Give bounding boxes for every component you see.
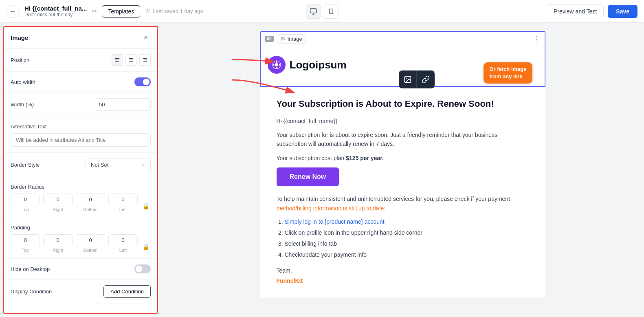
image-block-container: 00 Image ⋮ Logoipsum [260, 31, 545, 87]
sign-brand: FunnelKit [277, 277, 303, 284]
toolbar-left: 00 Image [265, 34, 306, 44]
save-button[interactable]: Save [608, 5, 637, 18]
close-button[interactable]: × [141, 33, 151, 42]
topbar-center [306, 4, 338, 19]
email-greeting: Hi {{contact_full_name}} [277, 117, 529, 125]
border-radius-right[interactable] [43, 194, 73, 205]
svg-rect-0 [310, 9, 316, 13]
width-input[interactable] [94, 98, 151, 111]
back-button[interactable]: ← [7, 5, 20, 18]
block-menu-icon[interactable]: ⋮ [533, 35, 541, 44]
border-style-select[interactable]: Not Set Solid Dashed Dotted [86, 158, 151, 171]
body2-price: $125 per year. [346, 155, 384, 161]
border-radius-right-wrap: Right [43, 194, 73, 212]
logo-text: Logoipsum [290, 59, 347, 71]
auto-width-section: Auto width [4, 72, 157, 92]
topbar-left: ← Hi {{contact_full_na... Don't miss out… [7, 5, 547, 18]
logo-circle [268, 56, 286, 74]
padding-left-wrap: Left [108, 234, 138, 253]
padding-grid: Top Right Bottom Left 🔒 [11, 234, 151, 253]
width-section: Width (%) [4, 92, 157, 117]
border-radius-left-label: Left [119, 207, 127, 212]
preview-button[interactable]: Preview and Test [547, 4, 604, 18]
block-label-text: Image [288, 36, 302, 42]
fetch-image-tooltip: Or fetch imagefrom any link [484, 62, 532, 84]
templates-button[interactable]: Templates [102, 5, 140, 18]
saved-info: ⏱ Last saved 1 day ago [145, 8, 203, 14]
padding-right-label: Right [53, 248, 63, 253]
desktop-view-button[interactable] [306, 4, 321, 19]
svg-point-19 [276, 67, 277, 68]
border-style-label: Border Style [11, 162, 40, 168]
title-block: Hi {{contact_full_na... Don't miss out t… [24, 5, 87, 18]
display-condition-label: Display Condition [11, 288, 52, 295]
padding-top-label: Top [22, 248, 29, 253]
main-layout: Image × Position [0, 23, 644, 317]
padding-top-wrap: Top [11, 234, 40, 253]
list-item-link-1[interactable]: Simply log in to [product name] account [285, 218, 385, 225]
position-icons [112, 54, 151, 66]
upload-image-button[interactable] [399, 70, 417, 88]
alt-text-section: Alternative Text [4, 117, 157, 153]
image-area[interactable]: Logoipsum Or fetch imagefrom any link [260, 46, 545, 87]
billing-link[interactable]: method/billing information is still up t… [277, 205, 386, 211]
email-list: Simply log in to [product name] account … [285, 218, 529, 259]
tooltip-text: Or fetch imagefrom any link [489, 66, 526, 79]
body2-prefix: Your subscription cost plan [277, 155, 346, 161]
align-left-icon[interactable] [112, 54, 123, 66]
padding-left[interactable] [108, 234, 138, 246]
display-condition-section: Display Condition Add Condition [4, 280, 157, 304]
position-section: Position [4, 48, 157, 72]
renew-now-button[interactable]: Renew Now [277, 167, 339, 186]
border-radius-bottom-label: Bottom [84, 207, 98, 212]
email-body1: Your subscription for is about to expire… [277, 130, 529, 149]
clock-icon: ⏱ [145, 8, 150, 14]
mobile-view-button[interactable] [324, 4, 338, 19]
border-radius-left[interactable] [108, 194, 138, 205]
edit-icon[interactable]: ✏ [92, 7, 97, 15]
border-radius-section: Border Radius Top Right Bottom Left [4, 177, 157, 218]
image-upload-overlay [399, 70, 435, 88]
padding-left-label: Left [119, 248, 127, 253]
list-item: Simply log in to [product name] account [285, 218, 529, 226]
width-label: Width (%) [11, 101, 34, 108]
padding-right[interactable] [43, 234, 73, 246]
topbar-right: Preview and Test Save [547, 4, 637, 18]
auto-width-toggle[interactable] [134, 77, 151, 86]
padding-bottom-label: Bottom [84, 248, 98, 253]
alt-text-input[interactable] [11, 133, 151, 147]
padding-lock-icon[interactable]: 🔒 [141, 242, 151, 252]
align-right-icon[interactable] [139, 54, 151, 66]
align-center-icon[interactable] [125, 54, 137, 66]
email-body2: Your subscription cost plan $125 per yea… [277, 154, 529, 163]
topbar: ← Hi {{contact_full_na... Don't miss out… [0, 0, 644, 23]
position-label: Position [11, 57, 29, 63]
list-item: Check/update your payment info [285, 251, 529, 259]
email-canvas: 00 Image ⋮ Logoipsum [260, 31, 545, 297]
image-settings-panel: Image × Position [3, 26, 158, 314]
email-body: Your Subscription is About to Expire. Re… [260, 87, 545, 297]
border-radius-top-wrap: Top [11, 194, 40, 212]
padding-top[interactable] [11, 234, 40, 246]
border-radius-top-label: Top [22, 207, 29, 212]
padding-section: Padding Top Right Bottom Left [4, 218, 157, 259]
hide-desktop-section: Hide on Desktop [4, 259, 157, 280]
add-condition-button[interactable]: Add Condition [103, 285, 151, 298]
email-signature: Team, FunnelKit [277, 266, 529, 286]
border-radius-left-wrap: Left [108, 194, 138, 212]
panel-title: Image [11, 34, 28, 41]
svg-point-15 [282, 38, 283, 39]
panel-header: Image × [4, 27, 157, 48]
border-radius-grid: Top Right Bottom Left 🔒 [11, 194, 151, 212]
upload-link-button[interactable] [417, 70, 435, 88]
padding-bottom-wrap: Bottom [76, 234, 105, 253]
saved-label: Last saved 1 day ago [153, 8, 203, 14]
border-radius-bottom[interactable] [76, 194, 105, 205]
border-radius-top[interactable] [11, 194, 40, 205]
alt-text-label: Alternative Text [11, 123, 47, 130]
border-radius-lock-icon[interactable]: 🔒 [141, 201, 151, 211]
hide-desktop-toggle[interactable] [134, 264, 151, 273]
block-id-badge: 00 [265, 36, 274, 42]
padding-bottom[interactable] [76, 234, 105, 246]
image-block-toolbar: 00 Image ⋮ [260, 31, 545, 46]
